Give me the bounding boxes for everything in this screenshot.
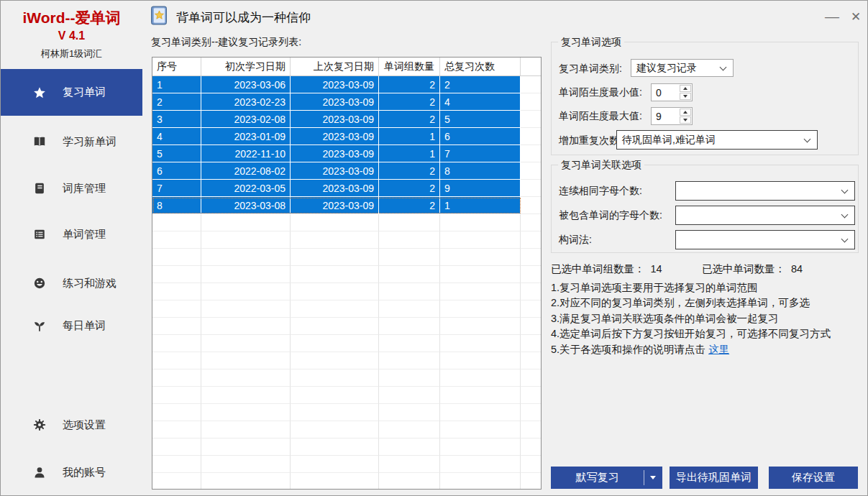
spin-down-button[interactable]	[680, 93, 691, 100]
cell-seq[interactable]: 4	[152, 128, 201, 145]
sidebar-item-lexicon-management[interactable]: 词库管理	[1, 174, 142, 203]
dictation-review-split-button[interactable]: 默写复习	[551, 467, 662, 489]
cell-word-groups[interactable]: 2	[379, 111, 440, 128]
export-words-button[interactable]: 导出待巩固单词	[670, 467, 758, 489]
max-unfamiliarity-stepper[interactable]: 9	[651, 107, 693, 125]
cell-total-reviews[interactable]: 4	[440, 93, 521, 111]
column-header-first-study-date[interactable]: 初次学习日期	[201, 58, 291, 75]
cell-total-reviews[interactable]: 6	[440, 128, 521, 145]
same-letters-label: 连续相同字母个数:	[559, 185, 642, 198]
open-book-icon	[33, 135, 46, 148]
contained-letters-select[interactable]	[675, 206, 855, 225]
max-unfamiliarity-label: 单词陌生度最大值:	[559, 110, 642, 123]
cell-last-review-date[interactable]: 2023-03-09	[291, 162, 379, 180]
minimize-button[interactable]: —	[821, 6, 843, 27]
gear-icon	[33, 418, 46, 431]
sidebar-item-settings[interactable]: 选项设置	[1, 410, 142, 439]
cell-total-reviews[interactable]: 5	[440, 111, 521, 128]
table-row-empty	[152, 438, 541, 456]
table-row-empty	[152, 318, 541, 335]
cell-word-groups[interactable]: 2	[379, 76, 440, 93]
spin-up-button[interactable]	[680, 109, 691, 116]
sidebar-item-daily-words[interactable]: 每日单词	[1, 311, 142, 340]
cell-seq[interactable]: 6	[152, 162, 201, 180]
cell-word-groups[interactable]: 2	[379, 197, 440, 214]
table-row[interactable]: 5 2022-11-10 2023-03-09 1 7	[152, 145, 541, 162]
cell-first-study-date[interactable]: 2023-02-08	[201, 111, 291, 128]
min-unfamiliarity-stepper[interactable]: 0	[651, 83, 693, 101]
cell-word-groups[interactable]: 2	[379, 162, 440, 180]
table-row[interactable]: 7 2022-03-05 2023-03-09 2 9	[152, 180, 541, 197]
cell-word-groups[interactable]: 2	[379, 93, 440, 111]
sidebar-item-my-account[interactable]: 我的账号	[1, 458, 142, 487]
sidebar-item-review-words[interactable]: 复习单词	[1, 69, 142, 116]
dictation-review-label[interactable]: 默写复习	[551, 471, 644, 484]
lexicon-name: 柯林斯1级词汇	[1, 47, 142, 60]
save-settings-button[interactable]: 保存设置	[769, 467, 858, 489]
cell-filler	[521, 197, 541, 214]
sprout-icon	[33, 319, 46, 332]
spin-down-button[interactable]	[680, 116, 691, 124]
cell-first-study-date[interactable]: 2022-03-05	[201, 180, 291, 197]
cell-last-review-date[interactable]: 2023-03-09	[291, 111, 379, 128]
cell-total-reviews[interactable]: 8	[440, 162, 521, 180]
dropdown-arrow-icon[interactable]	[644, 476, 662, 479]
cell-word-groups[interactable]: 1	[379, 128, 440, 145]
cell-first-study-date[interactable]: 2023-03-08	[201, 197, 291, 214]
cell-seq[interactable]: 8	[152, 197, 201, 214]
table-row[interactable]: 3 2023-02-08 2023-03-09 2 5	[152, 111, 541, 128]
column-header-word-groups[interactable]: 单词组数量	[379, 58, 440, 75]
table-row[interactable]: 2 2023-02-23 2023-03-09 2 4	[152, 93, 541, 111]
help-note-line: 2.对应不同的复习单词类别，左侧列表选择单词，可多选	[551, 295, 864, 311]
cell-first-study-date[interactable]: 2023-03-06	[201, 76, 291, 93]
smiley-icon	[33, 277, 46, 290]
table-row-empty	[152, 300, 541, 318]
same-letters-select[interactable]	[675, 181, 855, 201]
cell-first-study-date[interactable]: 2023-01-09	[201, 128, 291, 145]
cell-last-review-date[interactable]: 2023-03-09	[291, 93, 379, 111]
min-unfamiliarity-value[interactable]: 0	[652, 84, 679, 101]
cell-first-study-date[interactable]: 2022-08-02	[201, 162, 291, 180]
table-row[interactable]: 4 2023-01-09 2023-03-09 1 6	[152, 128, 541, 145]
table-row[interactable]: 6 2022-08-02 2023-03-09 2 8	[152, 162, 541, 180]
related-options-group: 复习单词关联选项 连续相同字母个数: 被包含单词的字母个数: 构词法:	[551, 165, 859, 253]
table-row-empty	[152, 404, 541, 421]
cell-last-review-date[interactable]: 2023-03-09	[291, 180, 379, 197]
cell-last-review-date[interactable]: 2023-03-09	[291, 128, 379, 145]
cell-seq[interactable]: 5	[152, 145, 201, 162]
column-header-filler	[521, 58, 541, 75]
cell-last-review-date[interactable]: 2023-03-09	[291, 76, 379, 93]
cell-first-study-date[interactable]: 2022-11-10	[201, 145, 291, 162]
cell-word-groups[interactable]: 2	[379, 180, 440, 197]
cell-total-reviews[interactable]: 9	[440, 180, 521, 197]
cell-seq[interactable]: 1	[152, 76, 201, 93]
help-notes: 1.复习单词选项主要用于选择复习的单词范围2.对应不同的复习单词类别，左侧列表选…	[551, 280, 864, 357]
column-header-total-reviews[interactable]: 总复习次数	[440, 58, 521, 75]
morphology-select[interactable]	[675, 230, 855, 249]
table-row[interactable]: 8 2023-03-08 2023-03-09 2 1	[152, 197, 541, 214]
cell-total-reviews[interactable]: 1	[440, 197, 521, 214]
sidebar-item-practice-games[interactable]: 练习和游戏	[1, 269, 142, 298]
table-row[interactable]: 1 2023-03-06 2023-03-09 2 2	[152, 76, 541, 93]
cell-total-reviews[interactable]: 2	[440, 76, 521, 93]
max-unfamiliarity-value[interactable]: 9	[652, 108, 679, 124]
sidebar-item-word-management[interactable]: 单词管理	[1, 220, 142, 249]
help-link[interactable]: 这里	[708, 344, 729, 355]
sidebar-item-learn-new-words[interactable]: 学习新单词	[1, 127, 142, 156]
column-header-seq[interactable]: 序号	[152, 58, 201, 75]
cell-seq[interactable]: 2	[152, 93, 201, 111]
column-header-last-review-date[interactable]: 上次复习日期	[291, 58, 379, 75]
cell-first-study-date[interactable]: 2023-02-23	[201, 93, 291, 111]
cell-seq[interactable]: 7	[152, 180, 201, 197]
cell-filler	[521, 93, 541, 111]
spin-up-button[interactable]	[680, 85, 691, 92]
cell-filler	[521, 162, 541, 180]
cell-seq[interactable]: 3	[152, 111, 201, 128]
repeat-times-select[interactable]: 待巩固单词,难记单词	[616, 130, 818, 150]
cell-last-review-date[interactable]: 2023-03-09	[291, 145, 379, 162]
cell-word-groups[interactable]: 1	[379, 145, 440, 162]
cell-total-reviews[interactable]: 7	[440, 145, 521, 162]
cell-last-review-date[interactable]: 2023-03-09	[291, 197, 379, 214]
close-button[interactable]: ✕	[845, 6, 867, 27]
review-category-select[interactable]: 建议复习记录	[631, 59, 734, 77]
